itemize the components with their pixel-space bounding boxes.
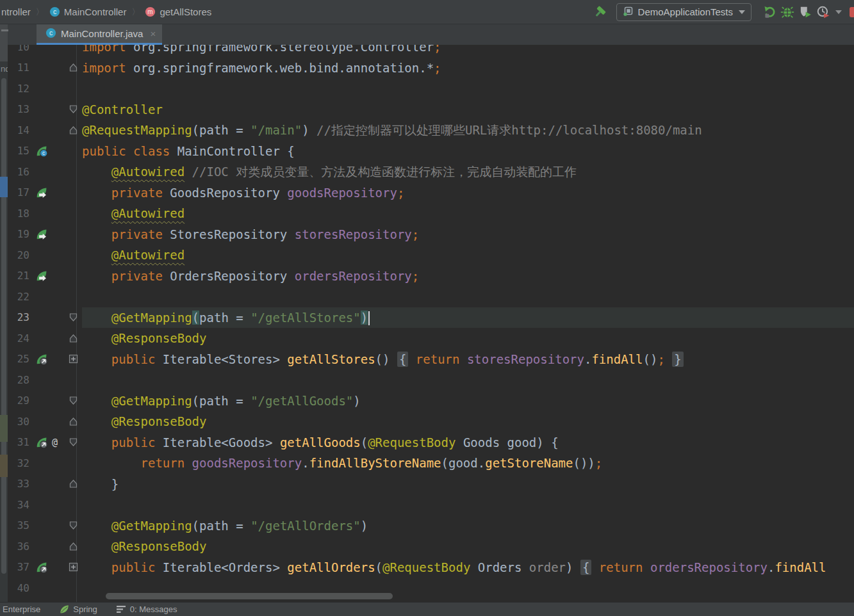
code-text: return goodsRepository.findAllByStoreNam… — [82, 453, 854, 474]
line-number: 40 — [8, 582, 33, 594]
ide-window: ntroller〉cMainController〉mgetAllStores D… — [0, 0, 854, 616]
line-number: 21 — [8, 270, 33, 282]
text-cursor — [368, 311, 370, 325]
code-line: 37 public Iterable<Orders> getAllOrders(… — [8, 557, 854, 578]
code-text: private StoresRepository storesRepositor… — [82, 224, 854, 245]
panel-scrollbar-thumb[interactable] — [1, 78, 6, 574]
code-line: 17 private GoodsRepository goodsReposito… — [8, 182, 854, 204]
code-line: 24 @ResponseBody — [8, 328, 854, 349]
status-item-spring[interactable]: Spring — [60, 604, 97, 614]
debug-icon[interactable] — [778, 4, 796, 20]
code-text: import org.springframework.stereotype.Co… — [82, 45, 854, 58]
line-number: 28 — [8, 374, 33, 386]
spring-request-mapping-icon[interactable] — [36, 353, 47, 365]
spring-bean-class-icon[interactable]: c — [36, 145, 47, 157]
code-text: @GetMapping(path = "/getAllGoods") — [82, 391, 854, 412]
code-editor[interactable]: 10import org.springframework.stereotype.… — [8, 45, 854, 602]
line-number: 22 — [8, 291, 33, 303]
code-line: 31@ public Iterable<Goods> getAllGoods(@… — [8, 432, 854, 453]
line-number: 10 — [8, 45, 33, 53]
line-number: 20 — [8, 249, 33, 261]
breadcrumb-item-maincontroller[interactable]: cMainController — [49, 6, 127, 17]
line-number: 32 — [8, 457, 33, 469]
code-text: @GetMapping(path = "/getAllStores") — [82, 307, 854, 328]
spring-autowired-icon[interactable] — [36, 270, 47, 282]
chevron-down-icon — [739, 10, 745, 14]
fold-marker-up-icon[interactable] — [64, 126, 82, 135]
rerun-icon[interactable] — [760, 4, 778, 20]
profiler-dropdown-icon[interactable] — [832, 4, 844, 20]
editor-tab-bar: c MainController.java × — [8, 24, 854, 45]
fold-marker-up-icon[interactable] — [64, 542, 82, 551]
fold-marker-up-icon[interactable] — [64, 417, 82, 426]
gutter-icons — [33, 187, 64, 199]
spring-autowired-icon[interactable] — [36, 187, 47, 199]
profiler-icon[interactable] — [814, 4, 832, 20]
stop-icon[interactable] — [850, 7, 854, 17]
main-toolbar: DemoApplicationTests — [592, 3, 854, 21]
line-number: 12 — [8, 83, 33, 95]
tab-maincontroller-java[interactable]: c MainController.java × — [37, 24, 162, 45]
spring-request-mapping-icon[interactable] — [36, 437, 47, 448]
line-number: 34 — [8, 499, 33, 511]
build-hammer-icon[interactable] — [592, 4, 610, 20]
fold-marker-down-icon[interactable] — [64, 437, 82, 447]
code-text: @GetMapping(path = "/getAllOrders") — [82, 515, 854, 537]
fold-marker-down-icon[interactable] — [64, 396, 82, 405]
fold-marker-up-icon[interactable] — [64, 334, 82, 343]
code-line: 33 } — [8, 474, 854, 495]
run-configuration-select[interactable]: DemoApplicationTests — [616, 3, 751, 21]
line-number: 30 — [8, 416, 33, 428]
line-number: 19 — [8, 228, 33, 240]
gutter-icons — [33, 562, 64, 573]
breadcrumb-label: getAllStores — [160, 6, 211, 17]
fold-marker-down-icon[interactable] — [64, 312, 82, 322]
line-number: 31 — [8, 436, 33, 448]
strip-mark-blue — [0, 177, 8, 197]
code-text — [82, 494, 854, 515]
svg-text:@: @ — [52, 437, 58, 448]
code-line: 20 @Autowired — [8, 245, 854, 266]
fold-marker-down-icon[interactable] — [64, 104, 82, 114]
spring-request-mapping-icon[interactable] — [36, 562, 47, 573]
fold-marker-plus-icon[interactable] — [64, 562, 82, 572]
spring-autowired-icon[interactable] — [36, 229, 47, 240]
breadcrumb-item-ntroller[interactable]: ntroller — [1, 6, 31, 17]
line-number: 25 — [8, 353, 33, 365]
breadcrumb-item-getallstores[interactable]: mgetAllStores — [145, 6, 211, 17]
code-text: @Controller — [82, 99, 854, 120]
code-text: @ResponseBody — [82, 328, 854, 349]
status-item-0-messages[interactable]: 0: Messages — [117, 604, 177, 614]
fold-marker-up-icon[interactable] — [64, 63, 82, 72]
horizontal-scrollbar-thumb[interactable] — [106, 593, 393, 599]
method-icon: m — [145, 6, 156, 17]
svg-text:m: m — [148, 8, 153, 15]
messages-icon — [117, 605, 126, 613]
fold-marker-up-icon[interactable] — [64, 479, 82, 489]
code-text: @ResponseBody — [82, 536, 854, 557]
code-text: @RequestMapping(path = "/main") //指定控制器可… — [82, 120, 854, 141]
run-with-coverage-icon[interactable] — [796, 4, 814, 20]
class-icon: c — [45, 28, 56, 40]
gutter-icons — [33, 270, 64, 282]
fold-marker-down-icon[interactable] — [64, 521, 82, 530]
code-text: @Autowired //IOC 对类成员变量、方法及构造函数进行标注，完成自动… — [82, 161, 854, 182]
svg-text:c: c — [53, 8, 56, 15]
at-annotation-icon[interactable]: @ — [49, 436, 61, 448]
test-application-icon — [623, 6, 634, 19]
code-text — [82, 78, 854, 99]
line-number: 36 — [8, 540, 33, 553]
status-item-enterprise[interactable]: Enterprise — [3, 604, 40, 614]
code-line: 12 — [8, 78, 854, 99]
run-configuration-label: DemoApplicationTests — [638, 6, 733, 17]
strip-mark-green — [0, 415, 8, 442]
gutter-icons — [33, 229, 64, 240]
gutter-icons: c — [33, 145, 64, 157]
fold-marker-plus-icon[interactable] — [64, 354, 82, 364]
tab-label: MainController.java — [61, 28, 143, 39]
code-line: 15cpublic class MainController { — [8, 141, 854, 162]
close-icon[interactable]: × — [150, 28, 156, 39]
svg-text:c: c — [49, 29, 53, 36]
line-number: 24 — [8, 332, 33, 344]
code-line: 19 private StoresRepository storesReposi… — [8, 224, 854, 245]
